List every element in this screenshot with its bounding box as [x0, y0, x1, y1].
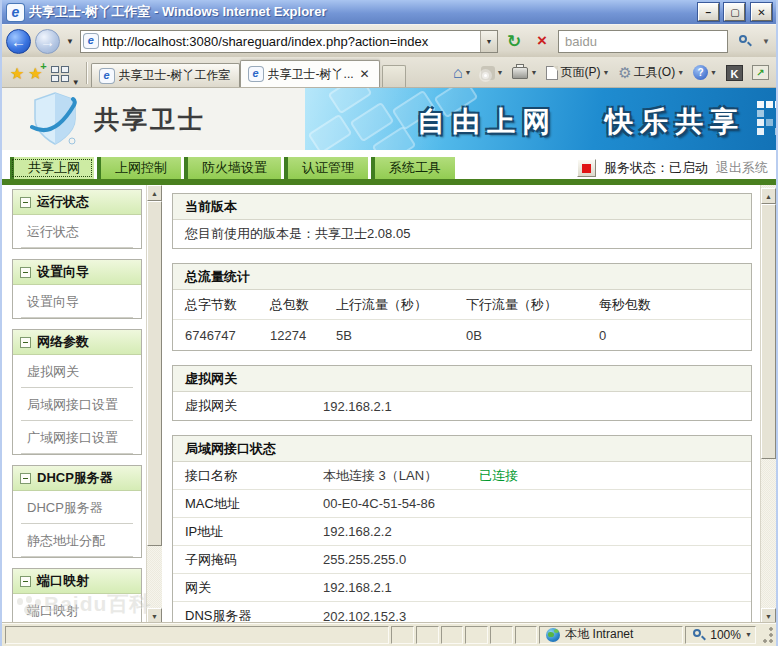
tab-close-icon[interactable]: ✕	[359, 67, 371, 81]
scroll-down-icon[interactable]: ▼	[761, 608, 776, 622]
main-scrollbar[interactable]: ▲ ▼	[760, 185, 776, 622]
new-tab-stub[interactable]	[382, 65, 406, 87]
refresh-button[interactable]: ↻	[502, 30, 526, 53]
sidebar-item-port-mapping[interactable]: 端口映射	[21, 594, 133, 622]
sidebar-item-virtual-gateway[interactable]: 虚拟网关	[21, 355, 133, 388]
collapse-icon[interactable]	[20, 337, 31, 348]
app-banner: 共享卫士 自由上网 快乐共享	[2, 88, 776, 150]
dropdown-icon[interactable]: ▼	[677, 69, 684, 76]
collapse-icon[interactable]	[20, 576, 31, 587]
col-down-traffic: 下行流量（秒）	[466, 296, 599, 314]
stop-button[interactable]: ×	[530, 30, 554, 53]
collapse-icon[interactable]	[20, 267, 31, 278]
table-row: 接口名称 本地连接 3（LAN） 已连接	[173, 462, 751, 490]
exit-system-link[interactable]: 退出系统	[716, 159, 768, 177]
scrollbar-thumb[interactable]	[147, 201, 162, 546]
nav-tab-auth[interactable]: 认证管理	[284, 157, 368, 179]
history-dropdown-icon[interactable]: ▼	[64, 37, 76, 46]
scroll-up-icon[interactable]: ▲	[761, 188, 776, 204]
row-label: MAC地址	[185, 495, 323, 513]
page-icon	[546, 66, 558, 80]
sidebar-scrollbar[interactable]: ▲ ▼	[146, 185, 162, 622]
favorites-star-icon[interactable]: ★	[10, 64, 24, 83]
quick-tabs-icon[interactable]	[51, 66, 69, 82]
minimize-button[interactable]: –	[698, 3, 719, 21]
print-button[interactable]: ▼	[509, 65, 540, 81]
traffic-header-row: 总字节数 总包数 上行流量（秒） 下行流量（秒） 每秒包数	[173, 290, 751, 320]
zone-label: 本地 Intranet	[565, 626, 633, 643]
tab-favicon-icon: e	[249, 67, 263, 81]
forward-button[interactable]: →	[35, 29, 60, 54]
sidebar-item-lan-interface[interactable]: 局域网接口设置	[21, 388, 133, 421]
browser-tab-2-active[interactable]: e 共享卫士-树丫... ✕	[240, 60, 380, 87]
nav-tab-firewall[interactable]: 防火墙设置	[184, 157, 281, 179]
sidebar-item-wan-interface[interactable]: 广域网接口设置	[21, 421, 133, 454]
nav-tab-system-tools[interactable]: 系统工具	[371, 157, 455, 179]
section-header[interactable]: 设置向导	[13, 260, 141, 285]
tools-menu-button[interactable]: ⚙工具(O)▼	[615, 62, 687, 83]
nav-tab-access-control[interactable]: 上网控制	[97, 157, 181, 179]
scrollbar-thumb[interactable]	[761, 204, 776, 459]
address-url[interactable]: http://localhost:3080/shareguard/index.p…	[102, 34, 480, 49]
pixel-logo-icon	[757, 101, 764, 108]
sidebar-item-dhcp-server[interactable]: DHCP服务器	[21, 491, 133, 524]
addon-button[interactable]: K	[723, 63, 746, 83]
section-header[interactable]: 端口映射	[13, 569, 141, 594]
help-button[interactable]: ?▼	[690, 63, 720, 82]
dropdown-icon[interactable]: ▼	[530, 69, 537, 76]
quick-tabs-dropdown-icon[interactable]: ▼	[70, 78, 82, 87]
page-menu-button[interactable]: 页面(P)▼	[543, 62, 612, 83]
service-stop-button[interactable]	[577, 159, 596, 177]
browser-tab-1[interactable]: e 共享卫士-树丫工作室	[91, 63, 240, 87]
row-label: DNS服务器	[185, 607, 323, 622]
collapse-icon[interactable]	[20, 197, 31, 208]
zoom-icon	[692, 628, 706, 642]
section-header[interactable]: DHCP服务器	[13, 466, 141, 491]
back-button[interactable]: ←	[6, 29, 31, 54]
separator	[86, 62, 87, 84]
help-icon: ?	[693, 65, 708, 80]
scroll-up-icon[interactable]: ▲	[147, 185, 162, 201]
open-new-window-button[interactable]: ↗	[749, 63, 772, 82]
resize-grip[interactable]	[760, 626, 774, 644]
rss-feed-icon	[481, 66, 495, 80]
globe-icon	[546, 628, 560, 642]
address-bar[interactable]: e http://localhost:3080/shareguard/index…	[80, 30, 498, 53]
feeds-button[interactable]: ▼	[478, 64, 507, 82]
sidebar-item-running-status[interactable]: 运行状态	[21, 215, 133, 248]
val-up-traffic: 5B	[336, 328, 466, 343]
nav-tab-share-internet[interactable]: 共享上网	[10, 157, 94, 179]
search-dropdown-icon[interactable]: ▼	[762, 37, 770, 46]
search-input[interactable]: baidu	[558, 30, 728, 53]
dropdown-icon[interactable]: ▼	[710, 69, 717, 76]
add-favorite-icon[interactable]: ★+	[28, 64, 42, 83]
panel-lan-interface-status: 局域网接口状态 接口名称 本地连接 3（LAN） 已连接 MAC地址 00-E0…	[172, 435, 752, 622]
dropdown-icon[interactable]: ▼	[602, 69, 609, 76]
val-packets-per-sec: 0	[599, 328, 751, 343]
scroll-down-icon[interactable]: ▼	[147, 608, 162, 622]
sidebar-item-setup-wizard[interactable]: 设置向导	[21, 285, 133, 318]
zoom-control[interactable]: 100% ▼	[685, 626, 756, 644]
k-addon-icon: K	[726, 65, 743, 81]
row-value: 255.255.255.0	[323, 552, 406, 567]
address-dropdown-icon[interactable]: ▼	[480, 31, 497, 52]
dropdown-icon[interactable]: ▼	[497, 69, 504, 76]
section-header[interactable]: 网络参数	[13, 330, 141, 355]
collapse-icon[interactable]	[20, 473, 31, 484]
panel-current-version: 当前版本 您目前使用的版本是：共享卫士2.08.05	[172, 193, 752, 249]
sidebar-section-network-params: 网络参数 虚拟网关 局域网接口设置 广域网接口设置	[12, 329, 142, 455]
zoom-dropdown-icon[interactable]: ▼	[745, 631, 752, 638]
content-area: 运行状态 运行状态 设置向导 设置向导 网络参数 虚拟网关 局域网接口设置 广域…	[2, 185, 776, 622]
sidebar-section-dhcp: DHCP服务器 DHCP服务器 静态地址分配	[12, 465, 142, 558]
dropdown-icon[interactable]: ▼	[465, 69, 472, 76]
home-button[interactable]: ⌂▼	[450, 64, 475, 82]
close-button[interactable]: ✕	[751, 3, 772, 21]
section-header[interactable]: 运行状态	[13, 190, 141, 215]
gear-icon: ⚙	[618, 66, 631, 80]
panel-title: 总流量统计	[173, 264, 751, 290]
sidebar-item-static-address[interactable]: 静态地址分配	[21, 524, 133, 557]
row-value: 192.168.2.1	[323, 399, 392, 414]
search-value[interactable]: baidu	[565, 34, 727, 49]
maximize-button[interactable]: ▢	[724, 3, 745, 21]
search-button[interactable]	[732, 30, 758, 53]
